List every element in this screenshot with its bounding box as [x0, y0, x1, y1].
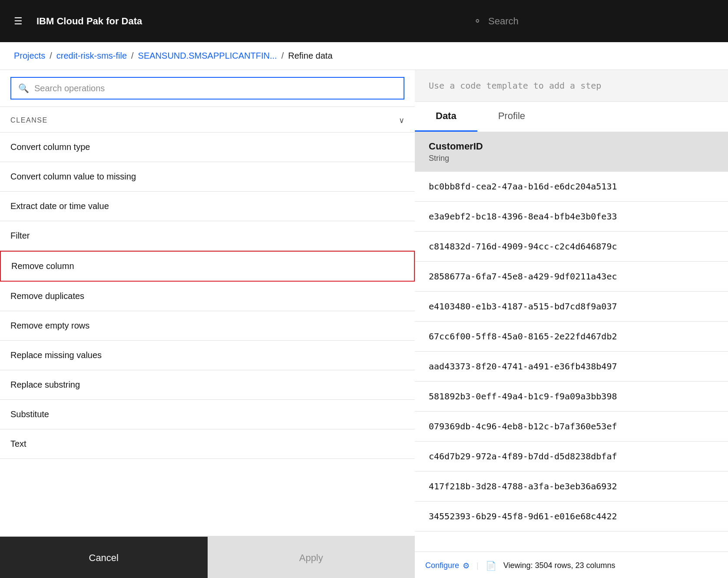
breadcrumb-file[interactable]: credit-risk-sms-file: [56, 51, 127, 61]
operation-item[interactable]: Convert column type: [0, 133, 415, 162]
operation-item[interactable]: Replace missing values: [0, 341, 415, 370]
data-rows-container: bc0bb8fd-cea2-47aa-b16d-e6dc204a5131e3a9…: [415, 172, 728, 531]
search-input[interactable]: [488, 16, 714, 27]
breadcrumb-projects[interactable]: Projects: [14, 51, 45, 61]
breadcrumb-current: Refine data: [288, 51, 332, 61]
cancel-button[interactable]: Cancel: [0, 537, 208, 578]
cleanse-header: CLEANSE ∨: [0, 107, 415, 133]
data-row: e4103480-e1b3-4187-a515-bd7cd8f9a037: [415, 292, 728, 322]
viewing-icon: 📄: [486, 561, 496, 571]
data-row: 417f218b-3d28-4788-a3fa-be3eb36a6932: [415, 472, 728, 502]
operation-item[interactable]: Substitute: [0, 400, 415, 429]
data-row: 079369db-4c96-4eb8-b12c-b7af360e53ef: [415, 412, 728, 442]
data-row: aad43373-8f20-4741-a491-e36fb438b497: [415, 352, 728, 382]
menu-icon[interactable]: ☰: [14, 16, 23, 27]
data-row: 34552393-6b29-45f8-9d61-e016e68c4422: [415, 502, 728, 531]
cleanse-chevron-icon[interactable]: ∨: [399, 116, 404, 125]
cleanse-title: CLEANSE: [10, 116, 48, 124]
search-operations-wrapper: 🔍: [10, 77, 404, 100]
operation-item[interactable]: Replace substring: [0, 370, 415, 400]
search-operations-input[interactable]: [34, 83, 397, 93]
breadcrumb-dataset[interactable]: SEANSUND.SMSAPPLICANTFIN...: [138, 51, 277, 61]
column-name: CustomerID: [429, 141, 714, 152]
search-bar[interactable]: ⚬: [473, 16, 714, 27]
operation-item[interactable]: Remove column: [0, 251, 415, 282]
search-operations-icon: 🔍: [18, 83, 29, 93]
left-panel: 🔍 CLEANSE ∨ Convert column typeConvert c…: [0, 70, 415, 578]
breadcrumb-sep2: /: [131, 51, 134, 61]
apply-button[interactable]: Apply: [208, 537, 415, 578]
main-container: 🔍 CLEANSE ∨ Convert column typeConvert c…: [0, 70, 728, 578]
data-row: bc0bb8fd-cea2-47aa-b16d-e6dc204a5131: [415, 172, 728, 202]
column-type: String: [429, 154, 714, 163]
operation-item[interactable]: Convert column value to missing: [0, 162, 415, 192]
data-table: CustomerID String bc0bb8fd-cea2-47aa-b16…: [415, 132, 728, 578]
operation-item[interactable]: Extract date or time value: [0, 192, 415, 221]
column-header: CustomerID String: [415, 132, 728, 172]
code-template-bar: Use a code template to add a step: [415, 70, 728, 102]
operations-list: Convert column typeConvert column value …: [0, 133, 415, 578]
data-row: 581892b3-0eff-49a4-b1c9-f9a09a3bb398: [415, 382, 728, 412]
data-row: 67cc6f00-5ff8-45a0-8165-2e22fd467db2: [415, 322, 728, 352]
footer-divider: |: [477, 561, 479, 570]
data-row: 2858677a-6fa7-45e8-a429-9df0211a43ec: [415, 262, 728, 292]
operation-item[interactable]: Filter: [0, 221, 415, 251]
right-panel: Use a code template to add a step Data P…: [415, 70, 728, 578]
search-icon: ⚬: [473, 16, 481, 27]
search-operations-container: 🔍: [0, 70, 415, 107]
operation-item[interactable]: Remove empty rows: [0, 311, 415, 341]
viewing-label: Viewing: 3504 rows, 23 columns: [503, 561, 615, 570]
footer-bar: Configure ⚙ | 📄 Viewing: 3504 rows, 23 c…: [415, 551, 728, 578]
data-row: e3a9ebf2-bc18-4396-8ea4-bfb4e3b0fe33: [415, 202, 728, 232]
breadcrumb-sep1: /: [50, 51, 52, 61]
bottom-bar: Cancel Apply: [0, 536, 415, 578]
app-logo: IBM Cloud Pak for Data: [36, 16, 142, 27]
navbar: ☰ IBM Cloud Pak for Data ⚬: [0, 0, 728, 42]
tab-profile[interactable]: Profile: [477, 102, 546, 132]
tab-data[interactable]: Data: [415, 102, 477, 132]
data-row: c46d7b29-972a-4f89-b7dd-d5d8238dbfaf: [415, 442, 728, 472]
configure-link[interactable]: Configure ⚙: [425, 561, 470, 571]
operation-item[interactable]: Text: [0, 429, 415, 459]
operation-item[interactable]: Remove duplicates: [0, 282, 415, 311]
breadcrumb: Projects / credit-risk-sms-file / SEANSU…: [0, 42, 728, 70]
breadcrumb-sep3: /: [281, 51, 284, 61]
configure-icon: ⚙: [463, 561, 470, 571]
configure-label: Configure: [425, 561, 459, 570]
tabs: Data Profile: [415, 102, 728, 132]
data-row: c814832d-716d-4909-94cc-c2c4d646879c: [415, 232, 728, 262]
